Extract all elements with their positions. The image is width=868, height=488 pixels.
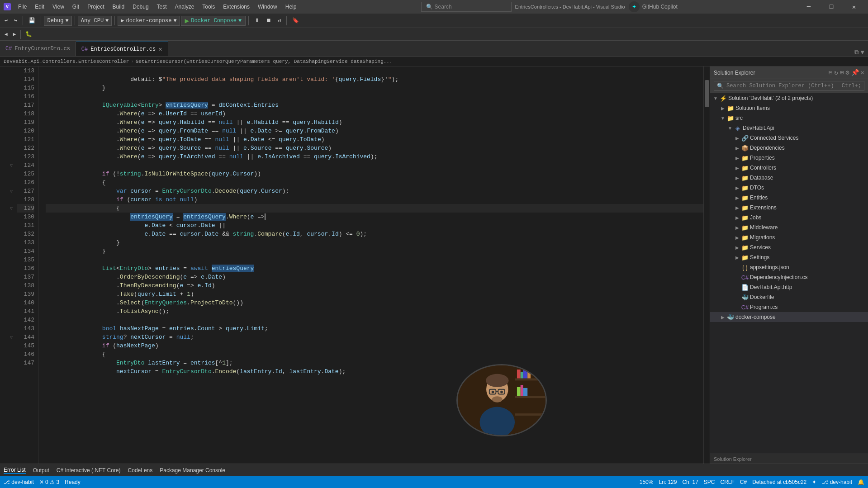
- pause-button[interactable]: ⏸: [251, 16, 262, 25]
- tree-src[interactable]: ▼ 📁 src: [710, 113, 868, 123]
- restart-button[interactable]: ↺: [275, 16, 284, 25]
- menu-file[interactable]: File: [14, 2, 30, 12]
- stop-button[interactable]: ⏹: [263, 16, 274, 25]
- tree-http[interactable]: 📄 DevHabit.Api.http: [710, 282, 868, 292]
- se-close-button[interactable]: ✕: [861, 69, 864, 76]
- tab-entriescontroller[interactable]: C# EntriesController.cs ✕: [76, 42, 168, 56]
- cs-icon-active: C#: [81, 46, 88, 52]
- se-pin-button[interactable]: 📌: [851, 69, 859, 76]
- tree-di[interactable]: C# DependencyInjection.cs: [710, 272, 868, 282]
- status-errors[interactable]: ✕ 0 ⚠ 3: [39, 479, 59, 485]
- se-search-input[interactable]: Search Solution Explorer (Ctrl++): [726, 83, 839, 89]
- tree-solution[interactable]: ▼ ⚡ Solution 'DevHabit' (2 of 2 projects…: [710, 93, 868, 103]
- tree-database[interactable]: ▶ 📁 Database: [710, 173, 868, 183]
- debugger-button[interactable]: 🐛: [23, 30, 35, 38]
- margin-124: ▽: [0, 161, 14, 170]
- tree-middleware[interactable]: ▶ 📁 Middleware: [710, 223, 868, 232]
- bp-tab-output[interactable]: Output: [33, 467, 49, 474]
- menu-edit[interactable]: Edit: [31, 2, 48, 12]
- undo-button[interactable]: ↩: [2, 16, 10, 25]
- vertical-scrollbar[interactable]: [703, 66, 710, 464]
- forward-button[interactable]: ▶: [10, 30, 19, 38]
- split-editor-button[interactable]: ⧉: [854, 49, 859, 56]
- tree-solution-items[interactable]: ▶ 📁 Solution Items: [710, 103, 868, 113]
- tab-list-button[interactable]: ▼: [861, 49, 864, 56]
- margin-123: [0, 152, 14, 161]
- db-label: Database: [750, 175, 773, 181]
- menu-window[interactable]: Window: [254, 2, 281, 12]
- tree-controllers[interactable]: ▶ 📁 Controllers: [710, 163, 868, 173]
- tree-dtos[interactable]: ▶ 📁 DTOs: [710, 183, 868, 193]
- status-bell[interactable]: 🔔: [858, 479, 864, 485]
- status-copilot[interactable]: ✦: [812, 479, 816, 485]
- se-filter-button[interactable]: ⊞: [840, 69, 844, 76]
- redo-button[interactable]: ↪: [11, 16, 20, 25]
- run-target-dropdown[interactable]: ▶ docker-compose ▼: [118, 16, 180, 26]
- status-language[interactable]: C#: [740, 479, 747, 485]
- tree-properties[interactable]: ▶ 📁 Properties: [710, 153, 868, 163]
- dc-label: docker-compose: [735, 314, 776, 320]
- code-line-116: IQueryable<Entry> entriesQuery = dbConte…: [46, 92, 703, 101]
- margin-121: [0, 135, 14, 144]
- program-label: Program.cs: [750, 304, 778, 310]
- bp-tab-errorlist[interactable]: Error List: [4, 467, 26, 474]
- menu-test[interactable]: Test: [153, 2, 171, 12]
- maximize-button[interactable]: □: [821, 0, 842, 14]
- status-branch2[interactable]: ⎇ dev-habit: [822, 479, 852, 485]
- svc-label: Services: [750, 244, 771, 251]
- back-button[interactable]: ◀: [2, 30, 10, 38]
- menu-build[interactable]: Build: [109, 2, 128, 12]
- status-col[interactable]: Ch: 17: [682, 479, 698, 485]
- tree-extensions[interactable]: ▶ 📁 Extensions: [710, 203, 868, 213]
- minimize-button[interactable]: ─: [798, 0, 819, 14]
- menu-extensions[interactable]: Extensions: [219, 2, 253, 12]
- status-crlf[interactable]: CRLF: [721, 479, 735, 485]
- tree-appsettings[interactable]: { } appsettings.json: [710, 262, 868, 272]
- menu-help[interactable]: Help: [282, 2, 300, 12]
- se-collapse-button[interactable]: ⊟: [829, 69, 832, 76]
- tree-entities[interactable]: ▶ 📁 Entities: [710, 193, 868, 203]
- tree-program[interactable]: C# Program.cs: [710, 302, 868, 312]
- menu-tools[interactable]: Tools: [199, 2, 218, 12]
- status-space: SPC: [704, 479, 715, 485]
- tree-docker-compose[interactable]: ▶ 🐳 docker-compose: [710, 312, 868, 322]
- save-button[interactable]: 💾: [26, 16, 38, 25]
- bp-tab-package-manager[interactable]: Package Manager Console: [160, 467, 225, 474]
- bp-tab-codelens[interactable]: CodeLens: [128, 467, 153, 474]
- bookmark-button[interactable]: 🔖: [289, 16, 302, 25]
- tree-connected-services[interactable]: ▶ 🔗 Connected Services: [710, 133, 868, 143]
- tree-settings[interactable]: ▶ 📁 Settings: [710, 252, 868, 262]
- margin-143: [0, 324, 14, 333]
- solution-explorer: Solution Explorer ⊟ ↻ ⊞ ⚙ 📌 ✕ 🔍 Search S…: [710, 66, 868, 464]
- tab-bar: C# EntryCursorDto.cs C# EntriesControlle…: [0, 41, 868, 57]
- code-content[interactable]: detail: $"The provided data shaping fiel…: [38, 66, 703, 464]
- close-button[interactable]: ✕: [844, 0, 864, 14]
- tree-devhabit-api[interactable]: ▼ ◈ DevHabit.Api: [710, 123, 868, 133]
- tree-jobs[interactable]: ▶ 📁 Jobs: [710, 213, 868, 223]
- bp-tab-csharp-interactive[interactable]: C# Interactive (.NET Core): [57, 467, 121, 474]
- webcam-overlay: [456, 364, 547, 436]
- menu-view[interactable]: View: [49, 2, 68, 12]
- menu-analyze[interactable]: Analyze: [171, 2, 198, 12]
- se-settings-button[interactable]: ⚙: [845, 69, 849, 76]
- run-button[interactable]: ▶ Docker Compose ▼: [181, 16, 246, 26]
- menu-git[interactable]: Git: [69, 2, 83, 12]
- tree-dockerfile[interactable]: 🐳 Dockerfile: [710, 292, 868, 302]
- menu-debug[interactable]: Debug: [129, 2, 152, 12]
- search-label[interactable]: Search: [435, 4, 452, 10]
- tree-dependencies[interactable]: ▶ 📦 Dependencies: [710, 143, 868, 153]
- tree-services[interactable]: ▶ 📁 Services: [710, 242, 868, 252]
- menu-project[interactable]: Project: [84, 2, 108, 12]
- code-area[interactable]: ▽ ▽ ▽ ▽ 113 114: [0, 66, 710, 464]
- tree-migrations[interactable]: ▶ 📁 Migrations: [710, 232, 868, 242]
- api-label: DevHabit.Api: [743, 125, 774, 131]
- status-ln[interactable]: Ln: 129: [659, 479, 677, 485]
- tab-close-button[interactable]: ✕: [158, 45, 162, 53]
- debug-mode-dropdown[interactable]: Debug ▼: [44, 16, 71, 26]
- platform-dropdown[interactable]: Any CPU ▼: [78, 16, 112, 26]
- status-branch[interactable]: ⎇ dev-habit: [4, 479, 34, 485]
- tab-entrycursordto[interactable]: C# EntryCursorDto.cs: [0, 42, 76, 56]
- se-refresh-button[interactable]: ↻: [834, 69, 838, 76]
- scrollbar-thumb[interactable]: [705, 80, 709, 107]
- tb-sep4: [114, 16, 115, 25]
